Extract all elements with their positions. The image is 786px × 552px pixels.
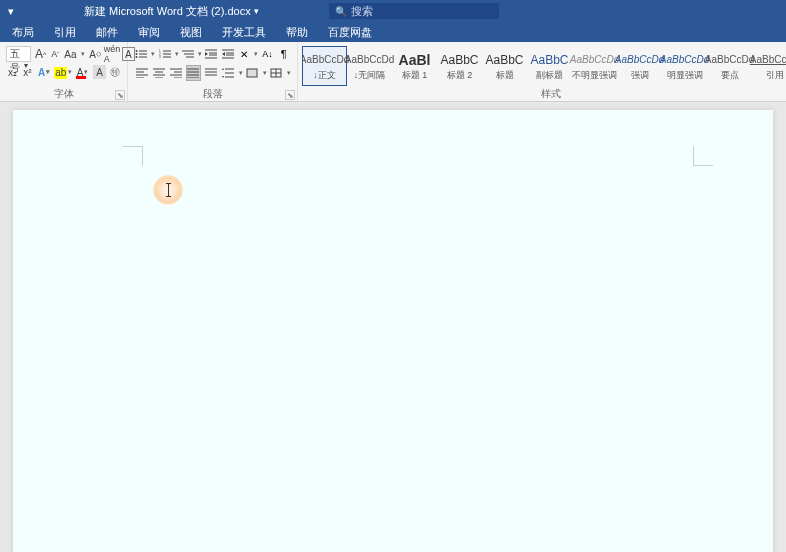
- styles-group-label: 样式: [298, 87, 786, 101]
- svg-marker-16: [205, 52, 208, 56]
- highlight-color-button[interactable]: ab▾: [54, 65, 72, 79]
- tab-references[interactable]: 引用: [44, 23, 86, 42]
- svg-text:3: 3: [159, 55, 161, 59]
- align-right-button[interactable]: [168, 65, 183, 81]
- style-item[interactable]: AaBbCcDd↓正文: [302, 46, 347, 86]
- margin-mark-top-left: [123, 146, 143, 166]
- tab-review[interactable]: 审阅: [128, 23, 170, 42]
- style-preview: AaBbCcDd: [750, 51, 786, 69]
- search-placeholder: 搜索: [351, 4, 373, 19]
- decrease-indent-button[interactable]: [204, 46, 218, 62]
- style-name: 副标题: [536, 69, 563, 82]
- font-group: 五号 A^ Aˇ Aa▾ A◇ wénA A x₂ x² A▾ ab▾ A▾ A…: [0, 42, 128, 101]
- bullets-button[interactable]: [134, 46, 148, 62]
- font-group-label: 字体: [0, 87, 127, 101]
- title-bar: ▾ 新建 Microsoft Word 文档 (2).docx ▾ 🔍 搜索: [0, 0, 786, 22]
- style-name: 引用: [766, 69, 784, 82]
- numbering-button[interactable]: 123: [157, 46, 171, 62]
- line-spacing-button[interactable]: [220, 65, 235, 81]
- sort-button[interactable]: A↓: [260, 46, 274, 62]
- font-dialog-launcher[interactable]: ⬊: [115, 90, 125, 100]
- multilevel-list-button[interactable]: [181, 46, 195, 62]
- svg-marker-47: [222, 68, 224, 70]
- distributed-button[interactable]: [203, 65, 218, 81]
- font-size-selector[interactable]: 五号: [6, 46, 31, 62]
- style-preview: AaBbCcDd: [570, 51, 619, 69]
- style-item[interactable]: AaBbC标题 2: [437, 46, 482, 86]
- style-item[interactable]: AaBbCcDd明显强调: [662, 46, 707, 86]
- styles-group: AaBbCcDd↓正文AaBbCcDd↓无间隔AaBl标题 1AaBbC标题 2…: [298, 42, 786, 101]
- style-name: 强调: [631, 69, 649, 82]
- style-item[interactable]: AaBbCcDd要点: [707, 46, 752, 86]
- chevron-down-icon[interactable]: ▾: [254, 50, 258, 58]
- shading-button[interactable]: [245, 65, 260, 81]
- style-preview: AaBbCcDd: [660, 51, 709, 69]
- style-name: 标题: [496, 69, 514, 82]
- chevron-down-icon[interactable]: ▾: [198, 50, 202, 58]
- tab-help[interactable]: 帮助: [276, 23, 318, 42]
- style-name: 不明显强调: [572, 69, 617, 82]
- increase-indent-button[interactable]: [221, 46, 235, 62]
- tab-view[interactable]: 视图: [170, 23, 212, 42]
- chevron-down-icon[interactable]: ▾: [151, 50, 155, 58]
- style-item[interactable]: AaBbCcDd不明显强调: [572, 46, 617, 86]
- margin-mark-top-right: [693, 146, 713, 166]
- change-case-button[interactable]: Aa: [63, 47, 77, 61]
- style-item[interactable]: AaBl标题 1: [392, 46, 437, 86]
- style-preview: AaBbC: [530, 51, 568, 69]
- style-name: ↓正文: [313, 69, 336, 82]
- enclose-char-button[interactable]: ㊕: [108, 65, 121, 79]
- paragraph-group-label: 段落: [128, 87, 297, 101]
- align-justify-button[interactable]: [186, 65, 202, 81]
- search-box[interactable]: 🔍 搜索: [329, 3, 499, 19]
- ribbon: 五号 A^ Aˇ Aa▾ A◇ wénA A x₂ x² A▾ ab▾ A▾ A…: [0, 42, 786, 102]
- style-name: 标题 2: [447, 69, 473, 82]
- ribbon-tabs: 布局 引用 邮件 审阅 视图 开发工具 帮助 百度网盘: [0, 22, 786, 42]
- menu-icon[interactable]: ▾: [8, 5, 14, 18]
- style-preview: AaBbCcDd: [615, 51, 664, 69]
- document-title: 新建 Microsoft Word 文档 (2).docx: [84, 4, 251, 19]
- chevron-down-icon[interactable]: ▾: [287, 69, 291, 77]
- paragraph-dialog-launcher[interactable]: ⬊: [285, 90, 295, 100]
- svg-point-4: [136, 56, 138, 58]
- font-color-button[interactable]: A▾: [74, 65, 91, 79]
- search-icon: 🔍: [335, 6, 347, 17]
- style-item[interactable]: AaBbCcDd强调: [617, 46, 662, 86]
- style-item[interactable]: AaBbCcDd↓无间隔: [347, 46, 392, 86]
- tab-baidu[interactable]: 百度网盘: [318, 23, 382, 42]
- chevron-down-icon[interactable]: ▾: [81, 50, 85, 58]
- borders-button[interactable]: [269, 65, 284, 81]
- shrink-font-button[interactable]: Aˇ: [50, 47, 60, 61]
- document-page[interactable]: [13, 110, 773, 552]
- asian-layout-button[interactable]: ✕: [237, 46, 251, 62]
- style-preview: AaBbCcDd: [302, 51, 349, 69]
- style-item[interactable]: AaBbC副标题: [527, 46, 572, 86]
- phonetic-button[interactable]: wénA: [105, 47, 119, 61]
- quick-access: ▾: [8, 5, 14, 18]
- style-preview: AaBbCcDd: [345, 51, 394, 69]
- tab-mailings[interactable]: 邮件: [86, 23, 128, 42]
- text-effects-button[interactable]: A▾: [36, 65, 53, 79]
- clear-format-button[interactable]: A◇: [88, 47, 102, 61]
- style-preview: AaBl: [399, 51, 431, 69]
- paragraph-group: ▾ 123▾ ▾ ✕▾ A↓ ¶ ▾ ▾ ▾ 段落 ⬊: [128, 42, 298, 101]
- title-dropdown-icon[interactable]: ▾: [254, 6, 259, 16]
- styles-gallery: AaBbCcDd↓正文AaBbCcDd↓无间隔AaBl标题 1AaBbC标题 2…: [302, 46, 786, 86]
- align-left-button[interactable]: [134, 65, 149, 81]
- chevron-down-icon[interactable]: ▾: [175, 50, 179, 58]
- style-item[interactable]: AaBbCcDd引用: [752, 46, 786, 86]
- svg-marker-21: [222, 52, 225, 56]
- style-name: ↓无间隔: [354, 69, 386, 82]
- align-center-button[interactable]: [151, 65, 166, 81]
- chevron-down-icon[interactable]: ▾: [263, 69, 267, 77]
- svg-marker-48: [222, 76, 224, 78]
- tab-layout[interactable]: 布局: [2, 23, 44, 42]
- tab-developer[interactable]: 开发工具: [212, 23, 276, 42]
- show-marks-button[interactable]: ¶: [277, 46, 291, 62]
- chevron-down-icon[interactable]: ▾: [239, 69, 243, 77]
- char-shading-button[interactable]: A: [93, 65, 106, 79]
- style-item[interactable]: AaBbC标题: [482, 46, 527, 86]
- style-preview: AaBbC: [440, 51, 478, 69]
- grow-font-button[interactable]: A^: [34, 47, 47, 61]
- style-preview: AaBbCcDd: [705, 51, 754, 69]
